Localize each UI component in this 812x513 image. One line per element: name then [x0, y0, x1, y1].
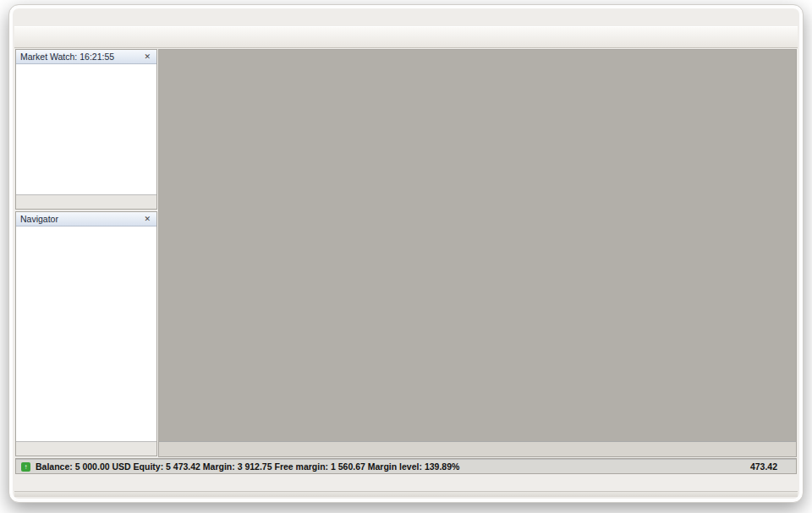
- chart-grid: [159, 50, 796, 441]
- terminal-panel: ↑ Balance: 5 000.00 USD Equity: 5 473.42…: [15, 458, 797, 474]
- balance-icon: ↑: [21, 462, 30, 472]
- market-watch-tabs: [16, 194, 156, 209]
- metatrader-window: Market Watch: 16:21:55 ✕ Navigator ✕: [8, 4, 804, 503]
- main-area: Market Watch: 16:21:55 ✕ Navigator ✕: [14, 48, 798, 457]
- status-bar: [14, 491, 798, 497]
- navigator-tree: [16, 226, 156, 441]
- market-watch-title: Market Watch: 16:21:55: [20, 52, 114, 62]
- navigator-panel: Navigator ✕: [15, 211, 157, 456]
- toolbar: [14, 26, 798, 48]
- navigator-title: Navigator: [20, 214, 58, 224]
- close-icon[interactable]: ✕: [142, 215, 152, 223]
- chart-tabs-bar: [159, 441, 796, 456]
- market-watch-title-bar: Market Watch: 16:21:55 ✕: [16, 50, 156, 64]
- account-summary-row: ↑ Balance: 5 000.00 USD Equity: 5 473.42…: [16, 459, 796, 473]
- left-column: Market Watch: 16:21:55 ✕ Navigator ✕: [14, 48, 158, 457]
- market-watch-panel: Market Watch: 16:21:55 ✕: [15, 49, 157, 210]
- navigator-title-bar: Navigator ✕: [16, 212, 156, 226]
- app: Market Watch: 16:21:55 ✕ Navigator ✕: [14, 9, 798, 497]
- total-profit: 473.42: [750, 461, 789, 472]
- close-icon[interactable]: ✕: [142, 52, 152, 61]
- terminal-tabs-bar: [14, 475, 798, 491]
- balance-text: Balance: 5 000.00 USD Equity: 5 473.42 M…: [36, 461, 459, 472]
- chart-workspace: [158, 49, 797, 457]
- menu-bar: [14, 9, 798, 26]
- navigator-tabs: [16, 441, 156, 456]
